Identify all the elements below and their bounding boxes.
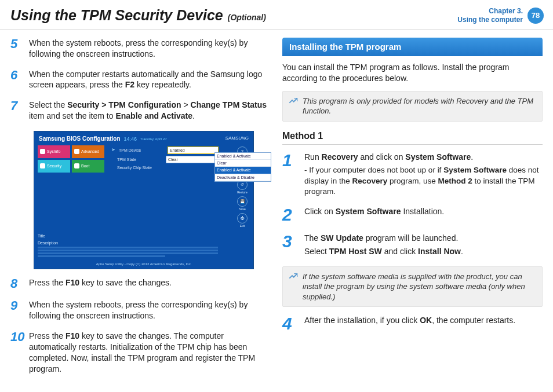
bios-desc-line (38, 252, 218, 254)
gear-icon (74, 149, 79, 154)
bios-desc-line (38, 255, 165, 257)
method1-step-3: 3 The SW Update program will be launched… (282, 233, 543, 257)
section-intro: You can install the TPM program as follo… (282, 62, 543, 84)
note-box-1: This program is only provided for models… (282, 91, 543, 122)
save-icon: 💾 (237, 196, 248, 207)
title-group: Using the TPM Security Device (Optional) (10, 6, 266, 25)
step-number: 9 (10, 299, 23, 321)
right-column: Installing the TPM program You can insta… (282, 38, 543, 384)
step-number: 2 (282, 206, 299, 224)
bios-label: TPM State (117, 157, 162, 162)
step-number: 6 (10, 69, 23, 91)
bios-tiles: SysInfo Advanced Security Boot (38, 145, 104, 228)
bios-screenshot: Samsung BIOS Configuration 14:46 Tuesday… (34, 131, 254, 269)
step-10: 10 Press the F10 key to save the changes… (10, 331, 271, 375)
bios-option-selected: Enabled & Activate (215, 167, 271, 174)
bios-time: 14:46 (124, 135, 137, 142)
step-subtext: - If your computer does not boot up or i… (304, 165, 543, 197)
bios-title: Samsung BIOS Configuration (39, 135, 121, 143)
bios-tile-boot: Boot (72, 160, 104, 173)
bios-desc-title: Title (38, 233, 250, 239)
exit-icon: ⏻ (237, 213, 248, 224)
lock-icon (40, 163, 45, 168)
step-text: Press the F10 key to save the changes. (29, 277, 172, 290)
step-5: 5 When the system reboots, press the cor… (10, 38, 271, 60)
step-text: When the system reboots, press the corre… (29, 38, 271, 60)
boot-icon (74, 163, 79, 168)
step-text: Press the F10 key to save the changes. T… (29, 331, 271, 375)
step-number: 7 (10, 100, 23, 122)
arrow-icon: ➤ (111, 147, 115, 153)
bios-option: Deactivate & Disable (215, 174, 271, 181)
method1-step-2: 2 Click on System Software Installation. (282, 206, 543, 224)
bios-value: Clear (166, 156, 217, 163)
bios-label: TPM Device (119, 148, 164, 153)
step-7: 7 Select the Security > TPM Configuratio… (10, 100, 271, 122)
bios-footer: Aptio Setup Utility - Copy (C) 2012 Amer… (34, 258, 253, 269)
step-text: Run Recovery and click on System Softwar… (304, 152, 543, 197)
page-header: Using the TPM Security Device (Optional)… (0, 0, 553, 30)
body-columns: 5 When the system reboots, press the cor… (0, 30, 553, 384)
chapter-text: Chapter 3. Using the computer (457, 7, 523, 24)
bios-center: ➤ TPM Device Enabled TPM State Clear Sec… (107, 145, 232, 228)
bios-main: SysInfo Advanced Security Boot ➤ TPM Dev… (34, 145, 253, 232)
home-icon (40, 149, 45, 154)
step-text: After the installation, if you click OK,… (304, 315, 515, 332)
method-1-title: Method 1 (282, 130, 543, 142)
step-number: 5 (10, 38, 23, 60)
divider (282, 144, 543, 145)
bios-tile-sysinfo: SysInfo (38, 145, 70, 158)
bios-tile-security: Security (38, 160, 70, 173)
page-title: Using the TPM Security Device (10, 6, 223, 25)
step-number: 10 (10, 331, 23, 375)
bios-date: Tuesday, April 27 (140, 137, 167, 141)
note-box-2: If the system software media is supplied… (282, 266, 543, 307)
bios-tile-advanced: Advanced (72, 145, 104, 158)
bios-row-device: ➤ TPM Device Enabled (111, 146, 231, 154)
section-heading: Installing the TPM program (282, 38, 543, 56)
bios-option: Clear (215, 160, 271, 167)
step-text: The SW Update program will be launched. … (304, 233, 463, 257)
bios-value: Enabled (168, 146, 219, 154)
method1-step-1: 1 Run Recovery and click on System Softw… (282, 152, 543, 197)
note-icon (289, 97, 298, 116)
bios-dropdown: Enabled & Activate Clear Enabled & Activ… (214, 152, 271, 182)
bios-logo: SAMSUNG (225, 135, 249, 142)
page-number-badge: 78 (527, 8, 544, 24)
method1-step-4: 4 After the installation, if you click O… (282, 315, 543, 332)
step-9: 9 When the system reboots, press the cor… (10, 299, 271, 321)
note-icon (289, 272, 298, 302)
step-6: 6 When the computer restarts automatical… (10, 69, 271, 91)
step-text: Select the Security > TPM Configuration … (29, 100, 271, 122)
bios-desc-line (38, 250, 218, 251)
bios-desc-line (38, 247, 218, 248)
chapter-block: Chapter 3. Using the computer 78 (457, 7, 544, 24)
step-number: 8 (10, 277, 23, 290)
note-text: This program is only provided for models… (303, 96, 536, 116)
bios-label: Security Chip State (117, 165, 162, 170)
chapter-line1: Chapter 3. (457, 7, 523, 15)
note-text: If the system software media is supplied… (303, 272, 536, 302)
step-number: 1 (282, 152, 299, 197)
bios-row-chip: Security Chip State (111, 165, 231, 170)
step-text: When the system reboots, press the corre… (29, 299, 271, 321)
bios-option: Enabled & Activate (215, 153, 271, 160)
step-text: Click on System Software Installation. (304, 206, 444, 224)
page-subtitle: (Optional) (228, 12, 266, 23)
bios-row-state: TPM State Clear (111, 156, 231, 163)
bios-description: Title Description (38, 233, 250, 257)
bios-desc-label: Description (38, 240, 250, 246)
bios-titlebar: Samsung BIOS Configuration 14:46 Tuesday… (34, 131, 253, 145)
step-text: When the computer restarts automatically… (29, 69, 271, 91)
chapter-line2: Using the computer (457, 16, 523, 24)
left-column: 5 When the system reboots, press the cor… (10, 38, 271, 384)
step-8: 8 Press the F10 key to save the changes. (10, 277, 271, 290)
step-number: 4 (282, 315, 299, 332)
step-number: 3 (282, 233, 299, 257)
